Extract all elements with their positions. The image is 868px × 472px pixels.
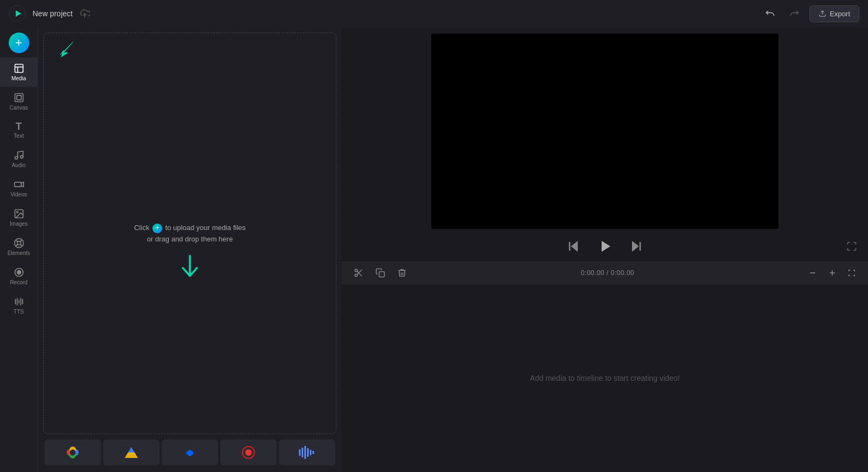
sidebar-item-audio[interactable]: Audio: [0, 144, 37, 174]
svg-rect-4: [15, 65, 23, 73]
down-arrow-icon: [179, 254, 201, 280]
add-icon: +: [15, 36, 22, 50]
google-drive-button[interactable]: [103, 439, 159, 465]
sidebar-item-media[interactable]: Media: [0, 58, 37, 87]
add-button[interactable]: +: [9, 33, 29, 53]
delete-tool-button[interactable]: [394, 266, 410, 280]
svg-point-32: [70, 450, 76, 456]
source-buttons-row: [43, 438, 336, 467]
upload-drop-area[interactable]: Upload Click + to upload your media file…: [43, 33, 336, 434]
sidebar-images-label: Images: [10, 221, 28, 227]
total-time: 0:00.00: [611, 269, 635, 277]
timeline-toolbar: 0:00.00 / 0:00.00: [342, 261, 868, 284]
sidebar-media-label: Media: [11, 76, 26, 81]
svg-rect-45: [302, 448, 303, 457]
sidebar-item-videos[interactable]: Videos: [0, 174, 37, 203]
audio-icon: [14, 150, 24, 161]
timeline-empty-text: Add media to timeline to start creating …: [530, 374, 680, 382]
media-icon: [14, 63, 24, 74]
rewind-button[interactable]: [565, 238, 582, 255]
svg-rect-48: [310, 450, 311, 455]
undo-button[interactable]: [762, 5, 779, 22]
sidebar-item-tts[interactable]: TTS: [0, 291, 37, 320]
sidebar-audio-label: Audio: [12, 163, 26, 168]
record-source-button[interactable]: [220, 439, 277, 465]
svg-point-9: [20, 156, 23, 158]
svg-rect-49: [312, 451, 314, 454]
record-source-icon: [241, 445, 256, 460]
sidebar-text-label: Text: [14, 133, 23, 139]
cut-tool-button[interactable]: [350, 266, 367, 280]
videos-icon: [14, 179, 24, 190]
svg-marker-11: [21, 182, 23, 187]
elements-icon: [14, 238, 24, 248]
canvas-icon: [14, 92, 24, 103]
fit-timeline-button[interactable]: [844, 266, 859, 279]
play-button[interactable]: [595, 237, 615, 256]
google-drive-icon: [124, 445, 139, 460]
cloud-icon: [79, 8, 90, 19]
dropbox-icon: [182, 445, 197, 460]
fullscreen-button[interactable]: [846, 241, 857, 252]
google-photos-button[interactable]: [44, 439, 101, 465]
svg-point-43: [245, 449, 252, 456]
svg-line-16: [16, 240, 18, 242]
audio-source-button[interactable]: [279, 439, 335, 465]
upload-instructions: Click + to upload your media filesor dra…: [134, 222, 246, 245]
topbar-left: New project: [9, 5, 90, 22]
record-icon: [14, 267, 24, 278]
sidebar-tts-label: TTS: [14, 309, 24, 315]
forward-button[interactable]: [628, 238, 645, 255]
sidebar-item-elements[interactable]: Elements: [0, 232, 37, 261]
svg-marker-53: [633, 242, 638, 251]
svg-point-56: [355, 274, 358, 277]
svg-point-21: [17, 271, 21, 275]
images-icon: [14, 208, 24, 219]
tts-icon: [14, 296, 24, 307]
svg-point-13: [16, 212, 17, 213]
current-time: 0:00.00: [581, 269, 605, 277]
svg-line-17: [20, 244, 22, 246]
timeline-tools-left: [350, 266, 410, 280]
dropbox-button[interactable]: [162, 439, 218, 465]
zoom-out-button[interactable]: [805, 266, 820, 279]
svg-marker-50: [572, 242, 577, 251]
redo-button[interactable]: [786, 5, 803, 22]
svg-point-15: [17, 241, 21, 245]
right-panel: 0:00.00 / 0:00.00: [342, 27, 868, 472]
video-preview: [431, 34, 778, 229]
main-content: + Media Canvas T Text: [0, 27, 868, 472]
sidebar-item-record[interactable]: Record: [0, 261, 37, 291]
preview-section: [342, 27, 868, 261]
app-logo: [9, 5, 26, 22]
svg-rect-60: [379, 272, 385, 277]
sidebar: + Media Canvas T Text: [0, 27, 38, 472]
timeline-empty-state: Add media to timeline to start creating …: [342, 284, 868, 472]
project-name: New project: [33, 9, 73, 18]
audio-wave-icon: [298, 446, 316, 459]
svg-point-8: [15, 157, 17, 160]
playback-controls: [353, 234, 857, 261]
time-separator: /: [607, 269, 611, 277]
cursor-arrow-icon: [58, 40, 78, 59]
svg-rect-44: [299, 449, 301, 456]
svg-line-19: [16, 244, 18, 246]
svg-rect-6: [15, 94, 23, 102]
svg-rect-7: [16, 95, 21, 100]
svg-marker-52: [602, 241, 610, 252]
export-button[interactable]: Export: [809, 5, 859, 22]
svg-rect-10: [14, 182, 21, 187]
zoom-in-button[interactable]: [825, 266, 840, 279]
sidebar-item-images[interactable]: Images: [0, 203, 37, 232]
sidebar-videos-label: Videos: [10, 192, 27, 197]
sidebar-canvas-label: Canvas: [10, 105, 28, 111]
sidebar-elements-label: Elements: [8, 251, 30, 256]
topbar-right: Export: [762, 5, 859, 22]
sidebar-item-canvas[interactable]: Canvas: [0, 87, 37, 116]
export-label: Export: [829, 10, 850, 18]
google-photos-icon: [65, 445, 80, 460]
svg-rect-47: [307, 448, 309, 457]
timeline-tools-right: [805, 266, 859, 279]
sidebar-item-text[interactable]: T Text: [0, 116, 37, 144]
copy-tool-button[interactable]: [372, 266, 388, 280]
